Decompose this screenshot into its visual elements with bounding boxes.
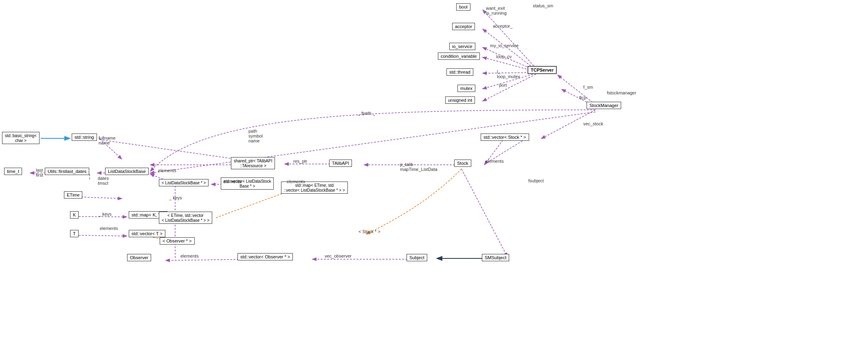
label-fpath: _ fpath _ (358, 111, 375, 116)
node-ETime: ETime (64, 191, 82, 199)
label-res-ptr: res_ptr (293, 159, 307, 164)
node-Observer: Observer (127, 254, 151, 261)
node-K: K (70, 211, 79, 219)
label-my-io-service: my_io_service (490, 43, 519, 48)
label-elements-3: elements (287, 179, 305, 184)
label-port: port (499, 83, 507, 87)
node-std-vector-Stock-ptr: std::vector< Stock * > (481, 133, 529, 141)
label-keys: _ keys (169, 195, 182, 200)
label-fullname-name: fullnamename (99, 136, 116, 145)
node-bool: bool (456, 3, 470, 11)
node-ETime-vector-ListDataStockBase: < ETime, std::vector< ListDataStockBase … (159, 212, 212, 224)
svg-line-11 (151, 112, 596, 173)
label-path-symbol-name: pathsymbolname (248, 129, 263, 143)
label-fstockmanager: fstockmanager (607, 90, 636, 95)
label-want-exit: want_exitis_running (486, 6, 507, 15)
label-stock-ptr: < Stock * > (358, 229, 380, 234)
label-f-sm: f_sm (583, 85, 593, 90)
label-dates-tmscl: datestmscl (98, 176, 109, 186)
diagram-container: TCPServer StockManager Stock TAlibAPI Su… (0, 0, 868, 363)
node-T: T (70, 230, 79, 237)
label-acceptor: acceptor_ (493, 24, 512, 28)
node-TAlibAPI: TAlibAPI (329, 160, 352, 167)
label-elements-2: elements (223, 179, 242, 184)
node-std-basic-string: std::basic_string<char > (2, 132, 40, 144)
node-StockManager: StockManager (587, 102, 621, 109)
svg-line-22 (75, 216, 126, 217)
label-elements-1: elements (158, 168, 176, 173)
svg-line-35 (99, 140, 247, 161)
node-ListDataStockBase-ptr: < ListDataStockBase * > (159, 179, 209, 186)
arrows-svg (0, 0, 868, 363)
node-Subject: Subject (407, 254, 427, 261)
node-time-t: time_t (4, 168, 22, 175)
node-unsigned-int: unsigned int (445, 96, 475, 104)
label-last-first: lastfirst (36, 168, 43, 177)
node-condition-variable: condition_variable (438, 52, 480, 60)
node-mutex: mutex (457, 85, 475, 92)
label-loop-mutex: l_loop_mutex (497, 69, 520, 79)
svg-line-7 (558, 75, 596, 105)
node-Observer-ptr: < Observer * > (160, 237, 195, 245)
label-ftcp: ftcp (579, 95, 587, 100)
label-status-sm: status_sm (533, 3, 553, 8)
node-SMSubject: SMSubject (482, 254, 509, 261)
svg-line-21 (75, 235, 126, 236)
node-std-vector-T: std::vector< T > (129, 230, 165, 237)
svg-line-15 (461, 169, 507, 256)
label-keys-2: _ keys (99, 212, 112, 216)
node-io-service: io_service (449, 43, 475, 50)
label-loop-cv: loop_cv (496, 54, 512, 59)
node-acceptor: acceptor (452, 23, 475, 30)
node-std-thread: std::thread (446, 68, 473, 76)
node-TCPServer: TCPServer (527, 66, 557, 74)
label-fsubject: fsubject (528, 178, 544, 183)
label-elements-5: elements (180, 254, 199, 258)
node-Stock: Stock (454, 160, 471, 167)
label-elements-stock: elements (486, 159, 504, 164)
node-std-string: std::string (72, 133, 97, 141)
svg-line-1 (483, 29, 536, 70)
label-p-talib: p_talibmapTime_ListData (400, 162, 437, 172)
node-ListDataStockBase: ListDataStockBase (105, 168, 149, 175)
node-shared-ptr-TAlibAPI: shared_ptr< TAlibAPI::TAresource > (231, 157, 275, 169)
node-std-vector-Observer-ptr: std::vector< Observer * > (237, 253, 293, 260)
node-Utils-firstlast-dates: Utils::firstlast_dates (45, 168, 89, 175)
svg-line-0 (483, 10, 536, 68)
label-vec-stock: vec_stock (583, 121, 603, 126)
label-vec-observer: vec_observer (325, 254, 352, 258)
label-elements-4: elements (100, 226, 118, 231)
